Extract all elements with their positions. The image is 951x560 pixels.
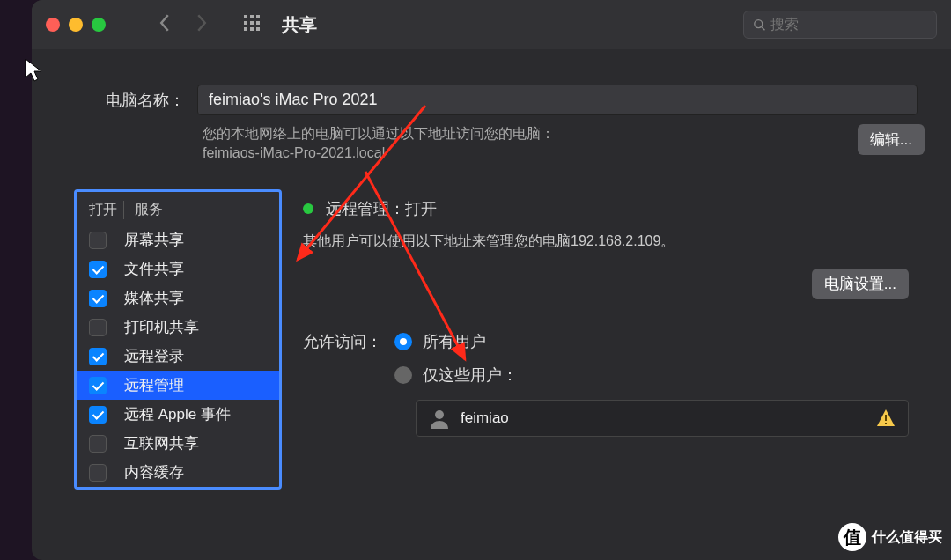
watermark-icon: 值: [838, 523, 866, 551]
service-checkbox[interactable]: [89, 348, 107, 365]
service-row-7[interactable]: 互联网共享: [77, 429, 279, 458]
service-checkbox[interactable]: [89, 406, 107, 424]
service-checkbox[interactable]: [89, 319, 107, 336]
svg-rect-6: [244, 27, 247, 31]
service-checkbox[interactable]: [89, 290, 107, 307]
service-checkbox[interactable]: [89, 464, 107, 482]
svg-rect-1: [250, 15, 254, 18]
service-checkbox[interactable]: [89, 232, 107, 249]
search-input[interactable]: [770, 17, 927, 33]
forward-button[interactable]: [195, 14, 208, 35]
svg-point-11: [435, 410, 444, 419]
radio-all-users[interactable]: 所有用户: [394, 331, 518, 352]
service-checkbox[interactable]: [89, 435, 107, 453]
computer-name-desc: 您的本地网络上的电脑可以通过以下地址访问您的电脑： feimiaos-iMac-…: [203, 124, 858, 163]
maximize-button[interactable]: [92, 18, 106, 32]
radio-on-icon: [394, 333, 412, 350]
status-text: 远程管理：打开: [326, 198, 437, 219]
user-icon: [429, 408, 450, 429]
svg-rect-12: [885, 415, 887, 421]
watermark-text: 什么值得买: [872, 528, 942, 547]
back-button[interactable]: [158, 14, 171, 35]
service-detail: 远程管理：打开 其他用户可以使用以下地址来管理您的电脑192.168.2.109…: [303, 189, 909, 490]
svg-rect-4: [250, 21, 254, 25]
service-row-1[interactable]: 文件共享: [77, 254, 279, 284]
radio-only-users[interactable]: 仅这些用户：: [394, 365, 518, 386]
svg-rect-0: [244, 15, 247, 18]
service-checkbox[interactable]: [89, 261, 107, 278]
service-row-8[interactable]: 内容缓存: [77, 458, 279, 487]
service-label: 远程登录: [124, 346, 184, 366]
user-list: feimiao: [416, 400, 909, 437]
status-dot-icon: [303, 203, 313, 214]
services-header: 打开 服务: [77, 192, 279, 225]
computer-name-label: 电脑名称：: [106, 90, 185, 111]
header-service: 服务: [124, 201, 163, 219]
service-row-6[interactable]: 远程 Apple 事件: [77, 400, 279, 429]
computer-name-field[interactable]: feimiao's iMac Pro 2021: [197, 85, 918, 115]
window-title: 共享: [282, 13, 317, 37]
detail-desc: 其他用户可以使用以下地址来管理您的电脑192.168.2.109。: [303, 232, 909, 251]
svg-point-9: [755, 20, 763, 28]
cursor-icon: [25, 58, 44, 83]
show-all-icon[interactable]: [243, 14, 261, 35]
window-controls: [46, 18, 106, 32]
svg-line-10: [762, 27, 765, 31]
close-button[interactable]: [46, 18, 60, 32]
svg-rect-7: [250, 27, 254, 31]
service-label: 打印机共享: [124, 317, 199, 337]
service-label: 互联网共享: [124, 433, 199, 453]
services-list: 打开 服务 屏幕共享文件共享媒体共享打印机共享远程登录远程管理远程 Apple …: [74, 189, 282, 490]
search-box[interactable]: [743, 11, 937, 39]
service-label: 屏幕共享: [124, 230, 184, 250]
access-label: 允许访问：: [303, 331, 382, 352]
warning-icon: [876, 409, 896, 428]
svg-rect-8: [256, 27, 260, 31]
minimize-button[interactable]: [69, 18, 83, 32]
svg-rect-5: [256, 21, 260, 25]
service-row-5[interactable]: 远程管理: [77, 371, 279, 400]
user-name: feimiao: [461, 409, 509, 427]
computer-settings-button[interactable]: 电脑设置...: [812, 269, 909, 299]
header-on: 打开: [89, 201, 124, 219]
service-row-2[interactable]: 媒体共享: [77, 284, 279, 313]
service-label: 远程 Apple 事件: [124, 404, 231, 424]
service-row-3[interactable]: 打印机共享: [77, 313, 279, 342]
service-row-4[interactable]: 远程登录: [77, 342, 279, 371]
svg-rect-3: [244, 21, 247, 25]
search-icon: [753, 18, 765, 32]
service-label: 远程管理: [124, 375, 184, 395]
svg-rect-2: [256, 15, 260, 18]
user-row[interactable]: feimiao: [417, 401, 908, 436]
service-label: 内容缓存: [124, 462, 184, 483]
service-checkbox[interactable]: [89, 377, 107, 394]
service-label: 媒体共享: [124, 288, 184, 308]
service-row-0[interactable]: 屏幕共享: [77, 225, 279, 254]
edit-button[interactable]: 编辑...: [858, 124, 925, 155]
svg-rect-13: [885, 423, 887, 424]
radio-off-icon: [394, 366, 412, 384]
service-label: 文件共享: [124, 259, 184, 279]
watermark: 值 什么值得买: [838, 523, 942, 551]
toolbar: 共享: [32, 0, 951, 49]
sharing-pref-window: 共享 电脑名称： feimiao's iMac Pro 2021 您的本地网络上…: [32, 0, 951, 560]
